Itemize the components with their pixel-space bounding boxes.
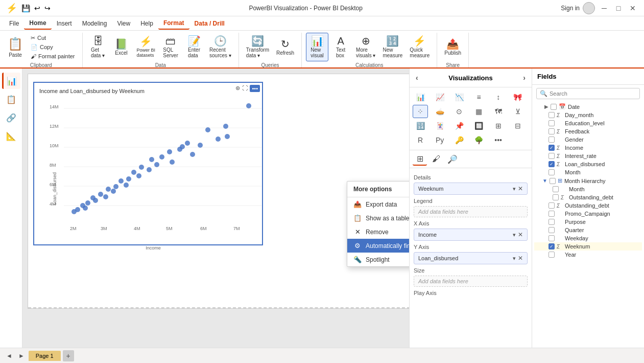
viz-python[interactable]: Py [432,133,447,147]
panel-prev-arrow[interactable]: ‹ [415,73,419,83]
field-loan-disbursed[interactable]: ✓ Σ Loan_disbursed [534,160,642,168]
legend-field-box[interactable]: Add data fields here [414,206,528,217]
viz-treemap[interactable]: ▦ [471,105,487,118]
month-sub-checkbox[interactable] [553,186,559,192]
viz-slicer[interactable]: 🔲 [471,119,487,132]
field-outstanding-debt[interactable]: Σ Outstanding_debt [534,201,642,210]
viz-matrix[interactable]: ⊟ [510,119,526,132]
quick-save[interactable]: 💾 [21,4,30,12]
x-axis-field-box[interactable]: Income ▾ ✕ [414,229,528,241]
menu-help[interactable]: Help [135,18,158,29]
menu-insert[interactable]: Insert [52,18,77,29]
viz-build-tab[interactable]: ⊞ [413,152,427,166]
more-visuals-button[interactable]: ⊕ Morevisuals ▾ [353,33,378,61]
education-checkbox[interactable] [548,120,555,126]
add-page-button[interactable]: + [63,350,74,361]
chart-container[interactable]: ⊛ ⛶ ••• Income and Loan_disbursed by Wee… [33,82,263,245]
chart-more-icon[interactable]: ••• [250,85,260,92]
maximize-btn[interactable]: □ [613,3,624,13]
sidebar-model-icon[interactable]: 🔗 [2,109,20,126]
viz-key-influencers[interactable]: 🔑 [451,133,467,147]
sidebar-report-icon[interactable]: 📊 [2,73,20,89]
viz-decomp-tree[interactable]: 🌳 [471,133,487,147]
x-axis-remove-btn[interactable]: ✕ [518,231,523,238]
search-input[interactable] [550,90,636,97]
page-next-nav[interactable]: ► [16,351,27,360]
viz-funnel[interactable]: ⊻ [510,105,526,118]
remove-item[interactable]: ✕ Remove [347,225,409,239]
menu-format[interactable]: Format [158,17,189,30]
close-btn[interactable]: ✕ [628,3,638,13]
new-measure-button[interactable]: 🔢 Newmeasure [379,33,406,61]
refresh-button[interactable]: ↻ Refresh [273,33,297,61]
day-month-checkbox[interactable] [548,112,555,118]
sign-in-button[interactable]: Sign in [561,2,595,14]
y-axis-remove-btn[interactable]: ✕ [518,255,523,262]
viz-r-visual[interactable]: R [413,133,428,147]
viz-area-chart[interactable]: 📉 [451,90,467,104]
loan-disbursed-checkbox[interactable]: ✓ [548,161,555,167]
income-checkbox[interactable]: ✓ [548,145,555,151]
weekday-checkbox[interactable] [548,235,555,241]
weeknum-checkbox[interactable]: ✓ [548,243,555,249]
field-month[interactable]: Σ Month [534,168,642,176]
viz-clustered-bar[interactable]: ≡ [471,90,487,104]
publish-button[interactable]: 📤 Publish [441,33,464,61]
redo-btn[interactable]: ↪ [44,4,51,12]
field-group-date[interactable]: ▶ 📅 Date [534,102,642,111]
viz-more[interactable]: ••• [491,133,506,147]
field-year[interactable]: Σ Year [534,251,642,259]
viz-bar-chart[interactable]: 📊 [413,90,428,104]
auto-clusters-item[interactable]: ⚙ Automatically find clusters [347,239,409,253]
menu-modeling[interactable]: Modeling [77,18,112,29]
get-data-button[interactable]: 🗄 Getdata ▾ [87,33,109,61]
text-box-button[interactable]: A Textbox [329,33,352,61]
undo-btn[interactable]: ↩ [34,4,40,12]
enter-data-button[interactable]: 📝 Enterdata [183,33,205,61]
menu-file[interactable]: File [4,18,24,29]
field-weekday[interactable]: Σ Weekday [534,234,642,242]
show-as-table-item[interactable]: 📋 Show as a table [347,211,409,225]
viz-kpi[interactable]: 📌 [451,119,467,132]
sidebar-dax-icon[interactable]: 📐 [2,128,20,144]
field-income[interactable]: ✓ Σ Income [534,144,642,152]
viz-map[interactable]: 🗺 [491,105,506,118]
promo-campaign-checkbox[interactable] [548,211,555,217]
field-month-hierarchy[interactable]: ▼ ⊞ Month Hierarchy [534,176,642,185]
sidebar-data-icon[interactable]: 📋 [2,91,20,107]
details-field-box[interactable]: Weeknum ▾ ✕ [414,183,528,195]
sql-server-button[interactable]: 🗃 SQLServer [159,33,182,61]
feedback-checkbox[interactable] [548,128,555,134]
viz-gauge[interactable]: 🔢 [413,119,428,132]
viz-pie[interactable]: 🥧 [432,105,447,118]
viz-format-tab[interactable]: 🖌 [429,152,443,166]
y-axis-field-box[interactable]: Loan_disbursed ▾ ✕ [414,252,528,264]
year-checkbox[interactable] [548,252,555,258]
cut-button[interactable]: ✂ Cut [28,33,78,42]
field-weeknum[interactable]: ✓ Σ Weeknum [534,242,642,251]
purpose-checkbox[interactable] [548,219,555,225]
viz-scatter[interactable]: ⁘ [413,105,428,118]
minimize-btn[interactable]: ─ [599,3,609,13]
new-visual-button[interactable]: 📊 Newvisual [306,33,328,61]
quarter-checkbox[interactable] [548,227,555,233]
search-box[interactable]: 🔍 [536,88,640,99]
field-remove-btn[interactable]: ✕ [518,185,523,192]
y-axis-dropdown-arrow[interactable]: ▾ [513,255,516,262]
transform-data-button[interactable]: 🔄 Transformdata ▾ [243,33,272,61]
copy-button[interactable]: 📄 Copy [28,42,78,52]
date-checkbox[interactable] [551,104,557,110]
field-month-sub[interactable]: Σ Month [534,185,642,193]
outstanding-debt-checkbox[interactable] [548,202,555,209]
viz-donut[interactable]: ⊙ [451,105,467,118]
format-painter-button[interactable]: 🖌 Format painter [28,52,78,61]
gender-checkbox[interactable] [548,137,555,143]
recent-sources-button[interactable]: 🕒 Recentsources ▾ [206,33,234,61]
field-day-month[interactable]: Σ Day_month [534,111,642,119]
chart-expand-icon[interactable]: ⛶ [242,85,248,92]
viz-card[interactable]: 🃏 [432,119,447,132]
outstanding-debt-sub-checkbox[interactable] [553,194,559,200]
viz-table[interactable]: ⊞ [491,119,506,132]
field-gender[interactable]: Σ Gender [534,135,642,144]
quick-measure-button[interactable]: ⚡ Quickmeasure [407,33,433,61]
